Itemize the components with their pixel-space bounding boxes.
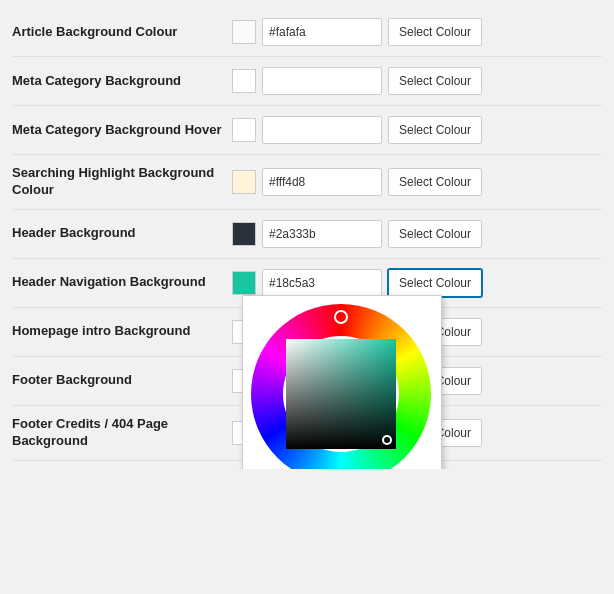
label-homepage-intro-bg: Homepage intro Background [12,323,232,340]
label-search-highlight: Searching Highlight Background Colour [12,165,232,199]
color-input-header-nav-bg[interactable] [262,269,382,297]
swatch-article-bg [232,20,256,44]
select-colour-btn-article-bg[interactable]: Select Colour [388,18,482,46]
label-footer-bg: Footer Background [12,372,232,389]
label-header-nav-bg: Header Navigation Background [12,274,232,291]
label-header-bg: Header Background [12,225,232,242]
select-colour-btn-meta-cat-bg[interactable]: Select Colour [388,67,482,95]
color-input-meta-cat-bg-hover[interactable] [262,116,382,144]
color-input-meta-cat-bg[interactable] [262,67,382,95]
swatch-header-bg [232,222,256,246]
color-input-header-bg[interactable] [262,220,382,248]
setting-row-meta-cat-bg-hover: Meta Category Background HoverSelect Col… [12,106,602,155]
color-picker-popup-header-nav-bg[interactable] [242,295,442,469]
controls-article-bg: Select Colour [232,18,602,46]
label-meta-cat-bg-hover: Meta Category Background Hover [12,122,232,139]
select-colour-btn-header-nav-bg[interactable]: Select Colour [388,269,482,297]
swatch-search-highlight [232,170,256,194]
controls-meta-cat-bg: Select Colour [232,67,602,95]
label-article-bg: Article Background Colour [12,24,232,41]
setting-row-header-nav-bg: Header Navigation BackgroundSelect Colou… [12,259,602,308]
color-input-article-bg[interactable] [262,18,382,46]
wheel-inner-mask [283,336,399,452]
controls-search-highlight: Select Colour [232,168,602,196]
gradient-handle [382,435,392,445]
label-meta-cat-bg: Meta Category Background [12,73,232,90]
color-gradient-square[interactable] [286,339,396,449]
select-colour-btn-meta-cat-bg-hover[interactable]: Select Colour [388,116,482,144]
setting-row-article-bg: Article Background ColourSelect Colour [12,8,602,57]
swatch-meta-cat-bg [232,69,256,93]
controls-header-bg: Select Colour [232,220,602,248]
swatch-header-nav-bg [232,271,256,295]
setting-row-header-bg: Header BackgroundSelect Colour [12,210,602,259]
color-input-search-highlight[interactable] [262,168,382,196]
settings-container: Article Background ColourSelect ColourMe… [0,0,614,469]
select-colour-btn-header-bg[interactable]: Select Colour [388,220,482,248]
controls-meta-cat-bg-hover: Select Colour [232,116,602,144]
setting-row-meta-cat-bg: Meta Category BackgroundSelect Colour [12,57,602,106]
controls-header-nav-bg: Select Colour [232,269,602,297]
label-footer-credits-bg: Footer Credits / 404 Page Background [12,416,232,450]
select-colour-btn-search-highlight[interactable]: Select Colour [388,168,482,196]
wheel-handle [334,310,348,324]
swatch-meta-cat-bg-hover [232,118,256,142]
setting-row-search-highlight: Searching Highlight Background ColourSel… [12,155,602,210]
color-wheel[interactable] [251,304,431,469]
